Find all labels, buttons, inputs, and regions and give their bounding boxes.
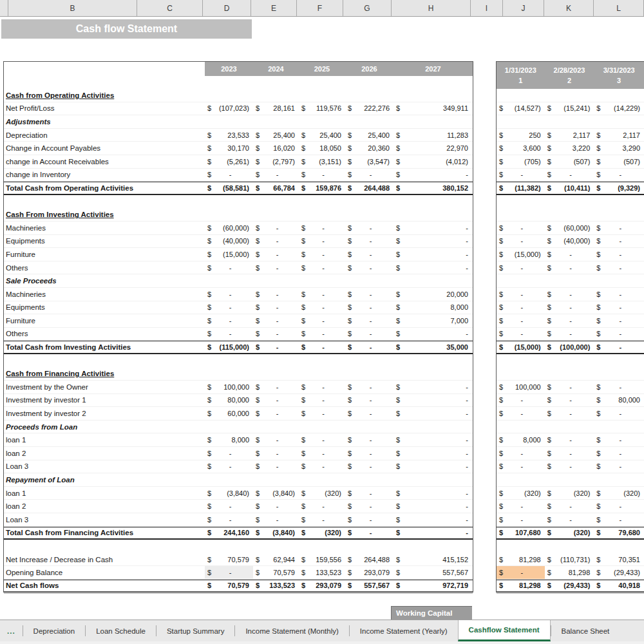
cell-month-3[interactable] <box>594 195 644 209</box>
cell-month-3[interactable]: $- <box>594 314 644 327</box>
row-label[interactable]: Net Cash flows <box>4 580 205 591</box>
cell-month-1[interactable]: $(14,527) <box>497 102 545 115</box>
cell-year-2027[interactable] <box>393 367 473 380</box>
year-header-2023[interactable]: 2023 <box>205 62 253 76</box>
cell-month-2[interactable]: $- <box>545 460 594 473</box>
cell-month-3[interactable]: $- <box>594 328 644 341</box>
cell-month-2[interactable]: $(10,411) <box>545 182 594 194</box>
cell-year-2024[interactable]: $- <box>253 328 299 341</box>
row-label[interactable]: Machineries <box>4 288 205 301</box>
cell-year-2026[interactable] <box>345 89 393 102</box>
cell-year-2024[interactable]: $- <box>253 301 299 314</box>
cell-month-3[interactable]: $- <box>594 407 644 420</box>
cell-year-2023[interactable]: $- <box>205 301 253 314</box>
cell-year-2024[interactable] <box>253 354 299 368</box>
cell-year-2024[interactable]: $- <box>253 222 299 234</box>
cell-year-2026[interactable]: $- <box>345 381 393 393</box>
cell-year-2024[interactable]: $25,400 <box>253 129 299 142</box>
cell-month-2[interactable]: $(40,000) <box>545 235 594 248</box>
cell-year-2025[interactable]: $- <box>299 314 345 327</box>
cell-year-2023[interactable]: $(115,000) <box>205 341 253 353</box>
cell-year-2027[interactable]: $380,152 <box>393 182 473 194</box>
cell-month-3[interactable] <box>594 89 644 102</box>
cell-month-2[interactable]: $- <box>545 288 594 301</box>
cell-month-3[interactable]: $- <box>594 381 644 393</box>
cell-month-3[interactable]: $- <box>594 301 644 314</box>
cell-year-2023[interactable]: $60,000 <box>205 407 253 420</box>
row-label[interactable]: loan 1 <box>4 433 205 446</box>
cell-year-2026[interactable]: $557,567 <box>345 580 393 591</box>
cell-year-2026[interactable]: $222,276 <box>345 102 393 115</box>
cell-year-2027[interactable]: $35,000 <box>393 341 473 353</box>
row-label[interactable]: Furniture <box>4 314 205 327</box>
cell-year-2027[interactable]: $22,970 <box>393 142 473 155</box>
cell-month-1[interactable]: $- <box>497 407 545 420</box>
cell-year-2025[interactable]: $- <box>299 433 345 446</box>
cell-year-2027[interactable] <box>393 115 473 128</box>
cell-year-2025[interactable]: $- <box>299 513 345 526</box>
cell-year-2023[interactable]: $(107,023) <box>205 102 253 115</box>
cell-year-2025[interactable]: $- <box>299 460 345 473</box>
row-label[interactable]: Net Profit/Loss <box>4 102 205 115</box>
cell-year-2023[interactable] <box>205 208 253 221</box>
cell-year-2025[interactable]: $- <box>299 301 345 314</box>
cell-year-2024[interactable]: $62,944 <box>253 553 299 566</box>
cell-year-2023[interactable]: $(15,000) <box>205 248 253 261</box>
cell-year-2023[interactable]: $- <box>205 314 253 327</box>
cell-year-2023[interactable] <box>205 367 253 380</box>
cell-month-1[interactable] <box>497 208 545 221</box>
sheet-tab-balance-sheet[interactable]: Balance Sheet <box>551 620 620 641</box>
row-label[interactable]: Cash from Operating Activities <box>4 89 205 102</box>
cell-month-2[interactable]: $2,117 <box>545 129 594 142</box>
cell-year-2027[interactable]: $7,000 <box>393 314 473 327</box>
cell-year-2023[interactable]: $70,579 <box>205 553 253 566</box>
cell-year-2027[interactable] <box>393 354 473 368</box>
cell-month-2[interactable] <box>545 473 594 486</box>
month-header-3[interactable]: 3/31/20233 <box>594 62 644 89</box>
column-header-H[interactable]: H <box>392 0 471 16</box>
cell-year-2024[interactable]: $- <box>253 341 299 353</box>
cell-year-2027[interactable]: $- <box>393 394 473 407</box>
cell-year-2026[interactable]: $- <box>345 460 393 473</box>
cell-month-1[interactable]: $- <box>497 169 545 182</box>
cell-month-3[interactable]: $70,351 <box>594 553 644 566</box>
cell-year-2023[interactable]: $(5,261) <box>205 155 253 168</box>
cell-year-2027[interactable]: $349,911 <box>393 102 473 115</box>
row-label[interactable]: loan 2 <box>4 500 205 513</box>
cell-year-2027[interactable] <box>393 208 473 221</box>
cell-year-2023[interactable]: $244,160 <box>205 527 253 539</box>
cell-month-3[interactable] <box>594 208 644 221</box>
cell-month-1[interactable] <box>497 367 545 380</box>
cell-year-2023[interactable]: $(3,840) <box>205 487 253 500</box>
cell-month-3[interactable]: $(320) <box>594 487 644 500</box>
row-label[interactable]: Sale Proceeds <box>4 274 205 287</box>
cell-month-3[interactable]: $- <box>594 513 644 526</box>
cell-year-2025[interactable] <box>299 367 345 380</box>
cell-month-2[interactable] <box>545 540 594 553</box>
cell-month-1[interactable] <box>497 195 545 209</box>
cell-month-1[interactable] <box>497 274 545 287</box>
cell-month-3[interactable]: $- <box>594 288 644 301</box>
cell-year-2025[interactable]: $- <box>299 288 345 301</box>
cell-month-3[interactable]: $- <box>594 433 644 446</box>
cell-month-2[interactable]: $(320) <box>545 487 594 500</box>
row-label[interactable] <box>4 354 205 368</box>
row-label[interactable]: Net Increase / Decrease in Cash <box>4 553 205 566</box>
cell-year-2024[interactable]: $- <box>253 407 299 420</box>
cell-year-2026[interactable]: $264,488 <box>345 553 393 566</box>
cell-year-2027[interactable] <box>393 473 473 486</box>
cell-month-2[interactable]: $- <box>545 301 594 314</box>
row-label[interactable]: change in Account Receivables <box>4 155 205 168</box>
cell-year-2025[interactable]: $159,876 <box>299 182 345 194</box>
cell-year-2026[interactable]: $- <box>345 527 393 539</box>
cell-year-2023[interactable]: $- <box>205 460 253 473</box>
cell-month-1[interactable]: $- <box>497 447 545 460</box>
cell-year-2023[interactable]: $(58,581) <box>205 182 253 194</box>
cell-month-2[interactable]: $(110,731) <box>545 553 594 566</box>
cell-year-2025[interactable]: $159,556 <box>299 553 345 566</box>
cell-year-2023[interactable]: $(40,000) <box>205 235 253 248</box>
row-label[interactable]: Repayment of Loan <box>4 473 205 486</box>
cell-month-3[interactable]: $- <box>594 222 644 234</box>
cell-year-2024[interactable]: $28,161 <box>253 102 299 115</box>
year-header-2027[interactable]: 2027 <box>393 62 473 76</box>
